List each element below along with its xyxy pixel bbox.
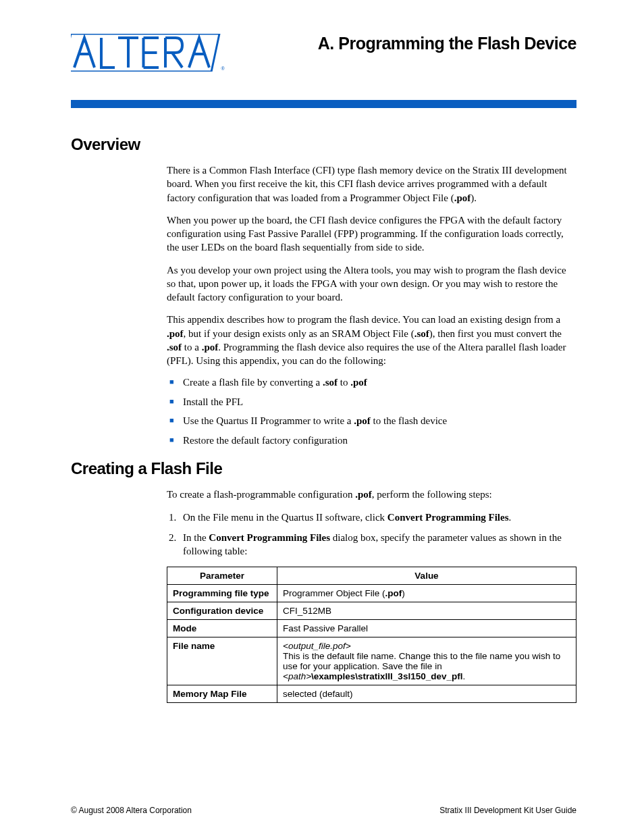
list-item: On the File menu in the Quartus II softw… <box>167 511 576 524</box>
list-item: In the Convert Programming Files dialog … <box>167 531 576 558</box>
table-cell: <output_file.pof> This is the default fi… <box>277 637 576 685</box>
overview-p2: When you power up the board, the CFI fla… <box>167 213 576 255</box>
footer-right: Stratix III Development Kit User Guide <box>439 806 576 815</box>
overview-p3: As you develop your own project using th… <box>167 263 576 305</box>
table-cell: Memory Map File <box>167 685 277 703</box>
overview-bullets: Create a flash file by converting a .sof… <box>167 376 576 447</box>
table-cell: CFI_512MB <box>277 602 576 620</box>
table-cell: Programming file type <box>167 585 277 602</box>
list-item: Create a flash file by converting a .sof… <box>167 376 576 390</box>
altera-logo: ® <box>71 34 226 74</box>
overview-p4: This appendix describes how to program t… <box>167 313 576 367</box>
th-value: Value <box>277 567 576 585</box>
overview-p1: There is a Common Flash Interface (CFI) … <box>167 163 576 205</box>
table-cell: Mode <box>167 620 277 637</box>
parameter-table: Parameter Value Programming file type Pr… <box>167 567 576 703</box>
list-item: Restore the default factory configuratio… <box>167 434 576 448</box>
list-item: Install the PFL <box>167 396 576 409</box>
table-cell: File name <box>167 637 277 685</box>
creating-p1: To create a flash-programmable configura… <box>167 488 576 501</box>
heading-creating: Creating a Flash File <box>71 459 576 478</box>
svg-text:®: ® <box>221 66 225 71</box>
table-cell: Configuration device <box>167 602 277 620</box>
th-parameter: Parameter <box>167 567 277 585</box>
footer-left: © August 2008 Altera Corporation <box>71 806 192 815</box>
table-cell: Programmer Object File (.pof) <box>277 585 576 602</box>
heading-overview: Overview <box>71 135 576 154</box>
creating-steps: On the File menu in the Quartus II softw… <box>167 511 576 558</box>
divider-bar <box>71 100 576 108</box>
list-item: Use the Quartus II Programmer to write a… <box>167 415 576 428</box>
page-title: A. Programming the Flash Device <box>318 34 576 53</box>
table-cell: Fast Passive Parallel <box>277 620 576 637</box>
table-cell: selected (default) <box>277 685 576 703</box>
